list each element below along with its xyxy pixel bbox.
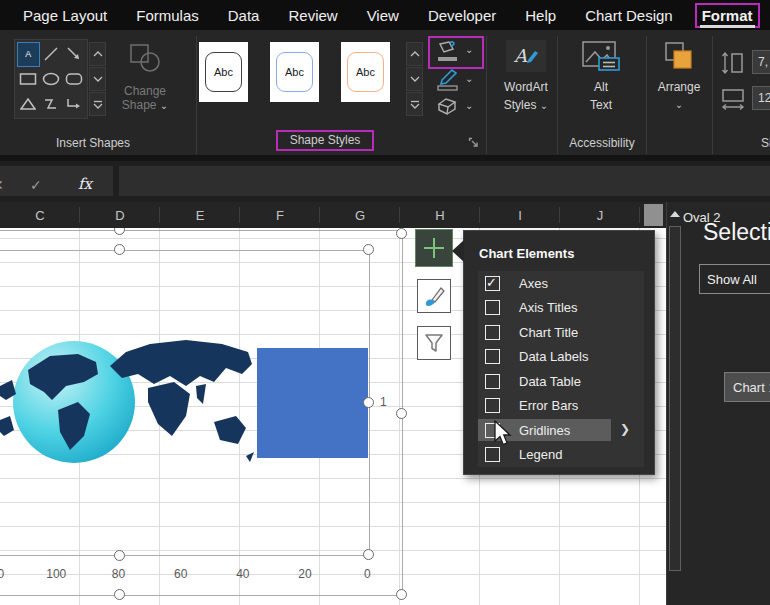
chart-element-menu-item[interactable]: Axes ❯ [478,271,644,296]
chart-elements-button[interactable] [415,229,453,267]
column-header[interactable]: J [560,202,640,228]
show-all-button[interactable]: Show All [699,264,770,294]
chart-element-menu-item[interactable]: Data Table ❯ [478,369,644,394]
ribbon-tab[interactable]: Developer [428,4,496,27]
insert-function-icon[interactable]: fx [78,175,92,193]
chart-element-menu-item[interactable]: Error Bars ❯ [478,394,644,419]
menu-item-checkbox[interactable] [485,398,500,413]
chevron-down-icon[interactable]: ⌄ [465,73,473,84]
shape-width-field[interactable]: 12 [752,86,770,110]
gallery-up-button[interactable] [406,42,423,66]
chart-styles-button[interactable] [417,279,451,313]
column-header[interactable]: I [480,202,560,228]
column-header[interactable]: H [400,202,480,228]
chevron-down-icon: ⌄ [649,96,709,114]
arrange-button[interactable]: Arrange ⌄ [649,40,709,114]
column-header-label: I [518,208,522,223]
svg-text:A: A [513,45,528,66]
group-divider [712,36,713,154]
menu-item-label: Axis Titles [519,300,578,315]
scrollbar-up-arrow[interactable] [668,204,682,223]
oval-shape-icon[interactable] [40,67,63,92]
shape-styles-dialog-launcher[interactable] [468,137,479,148]
globe-picture[interactable] [0,328,256,476]
shape-height-field[interactable]: 7, [752,50,770,74]
selection-handle[interactable] [114,589,125,600]
column-header[interactable]: G [320,202,400,228]
wordart-styles-button[interactable]: A WordArt Styles ⌄ [490,40,562,115]
elbow-arrow-shape-icon[interactable] [62,91,85,116]
ribbon-tab[interactable]: Chart Design [585,4,673,27]
column-header[interactable]: D [80,202,160,228]
selection-handle[interactable] [114,244,125,255]
category-axis-label[interactable]: 1 [380,395,387,409]
shape-width-icon [720,86,746,112]
column-header[interactable]: C [0,202,80,228]
rounded-rectangle-shape-icon[interactable] [62,67,85,92]
shape-outline-button[interactable] [432,68,462,92]
chart-element-menu-item[interactable]: Axis Titles ❯ [478,296,644,321]
menu-item-checkbox[interactable] [485,349,500,364]
insert-shapes-gallery[interactable]: A [14,39,88,119]
group-divider [486,36,487,154]
selection-handle[interactable] [363,397,374,408]
selection-pane-item[interactable]: Chart 1 [724,372,770,402]
shape-style-label: Abc [205,52,242,92]
line-shape-icon[interactable] [40,42,63,67]
arrow-shape-icon[interactable] [62,42,85,67]
axis-tick-label: 80 [112,567,125,581]
selection-handle[interactable] [396,408,407,419]
menu-item-checkbox[interactable] [485,374,500,389]
shape-style-thumbnail[interactable]: Abc [199,42,248,102]
triangle-shape-icon[interactable] [17,91,40,116]
menu-item-checkbox[interactable] [485,325,500,340]
column-header[interactable]: E [160,202,240,228]
value-axis-label: 120 [0,567,25,581]
menu-item-checkbox[interactable] [485,300,500,315]
shape-effects-button[interactable] [432,95,462,119]
alt-text-button[interactable]: Alt Text [571,40,631,114]
column-header-highlighted[interactable] [644,204,663,226]
menu-item-checkbox[interactable] [485,447,500,462]
text-box-shape-icon[interactable]: A [17,42,40,67]
formula-input[interactable] [119,166,770,196]
ribbon-tab[interactable]: View [367,4,399,27]
cancel-icon[interactable]: ✕ [0,177,4,193]
selection-handle[interactable] [363,549,374,560]
column-header[interactable]: F [240,202,320,228]
menu-item-checkbox[interactable] [485,276,500,291]
chart-bar-series[interactable] [257,348,368,458]
chevron-down-icon[interactable]: ⌄ [465,100,473,111]
rectangle-shape-icon[interactable] [17,67,40,92]
gallery-more-button[interactable] [89,92,106,116]
ribbon-tab[interactable]: Page Layout [23,4,107,27]
chart-filters-button[interactable] [417,326,451,360]
selection-handle[interactable] [396,589,407,600]
ribbon-tab[interactable]: Help [525,4,556,27]
selection-handle[interactable] [363,244,374,255]
shape-style-thumbnail[interactable]: Abc [270,42,319,102]
value-axis[interactable]: 120100806040200 [0,567,398,581]
selection-handle[interactable] [396,228,407,239]
chart-element-menu-item[interactable]: Chart Title ❯ [478,320,644,345]
shape-style-thumbnail[interactable]: Abc [341,42,390,102]
gallery-more-button[interactable] [406,92,423,116]
vertical-scrollbar[interactable] [666,202,683,605]
selection-handle[interactable] [114,550,125,561]
gallery-down-button[interactable] [406,67,423,91]
chevron-right-icon[interactable]: ❯ [620,422,630,436]
enter-icon[interactable]: ✓ [30,177,42,193]
chart-element-menu-item[interactable]: Data Labels ❯ [478,345,644,370]
ribbon-tab[interactable]: Review [288,4,337,27]
ribbon-tab[interactable]: Format [695,3,760,28]
gallery-up-button[interactable] [89,42,106,66]
ribbon-tab[interactable]: Data [228,4,260,27]
gallery-down-button[interactable] [89,67,106,91]
plot-area-border-top [0,250,370,251]
selection-pane-item[interactable]: Oval 2 [683,202,721,232]
selection-handle[interactable] [114,228,125,235]
ribbon-tab[interactable]: Formulas [136,4,199,27]
scrollbar-thumb[interactable] [669,226,681,571]
change-shape-button[interactable]: Change Shape ⌄ [116,40,174,120]
freeform-shape-icon[interactable] [40,91,63,116]
